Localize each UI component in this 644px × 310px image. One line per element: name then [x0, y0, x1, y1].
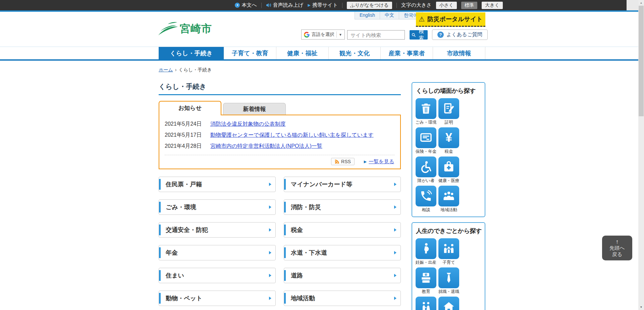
- breadcrumb: ホーム›くらし・手続き: [159, 67, 401, 73]
- scene-tiles: ごみ・環境 証明 保険・年金 ¥: [415, 98, 482, 212]
- google-translate-select[interactable]: 言語を選択 ▼: [301, 29, 345, 40]
- divider: [396, 3, 397, 8]
- tile-shushoku[interactable]: 就職・退職: [438, 267, 460, 294]
- news-date: 2021年4月28日: [165, 143, 202, 150]
- lang-chinese[interactable]: 中文: [380, 12, 399, 19]
- category-suido[interactable]: 水道・下水道: [284, 245, 401, 260]
- breadcrumb-separator: ›: [175, 67, 177, 72]
- tile-shomei[interactable]: 証明: [438, 98, 460, 125]
- tile-kosodate[interactable]: 子育て: [438, 238, 460, 265]
- sidebar: くらしの場面から探す ごみ・環境 証明: [412, 67, 485, 310]
- search-input[interactable]: [347, 30, 405, 40]
- tile-chiiki[interactable]: 地域活動: [438, 186, 460, 212]
- up-arrow-icon: ↑: [616, 239, 619, 245]
- category-nenkin[interactable]: 年金: [159, 245, 276, 260]
- font-size-label: 文字の大きさ: [401, 2, 432, 8]
- tile-zeikin[interactable]: ¥ 税金: [438, 127, 460, 154]
- translate-label: 言語を選択: [312, 32, 334, 38]
- nav-sangyo[interactable]: 産業・事業者: [380, 47, 433, 59]
- insurance-card-icon: [416, 127, 436, 148]
- chevron-right-icon: [269, 297, 271, 300]
- chevron-right-icon: [394, 297, 396, 300]
- font-size-large-button[interactable]: 大きく: [482, 2, 503, 9]
- chevron-right-icon: [394, 251, 396, 254]
- childcare-icon: [438, 238, 459, 259]
- news-link[interactable]: 宮崎市内の特定非営利活動法人(NPO法人)一覧: [210, 143, 322, 150]
- tile-sodan[interactable]: 相談: [415, 186, 437, 212]
- faq-button[interactable]: ? よくあるご質問: [432, 29, 488, 40]
- tile-gomi[interactable]: ごみ・環境: [415, 98, 437, 125]
- tile-shogaisha[interactable]: 障がい者: [415, 157, 437, 183]
- category-sumai[interactable]: 住まい: [159, 268, 276, 283]
- disaster-portal-banner[interactable]: ⚠ 防災ポータルサイト: [416, 12, 485, 27]
- category-pet[interactable]: 動物・ペット: [159, 291, 276, 306]
- title-underline: [159, 94, 401, 95]
- global-nav-items: くらし・手続き 子育て・教育 健康・福祉 観光・文化 産業・事業者 市政情報: [159, 47, 485, 59]
- font-size-normal-button[interactable]: 標準: [461, 2, 477, 9]
- miyazaki-logo-icon: [158, 21, 178, 37]
- scroll-down-icon[interactable]: ▼: [638, 304, 644, 310]
- nav-kosodate[interactable]: 子育て・教育: [224, 47, 276, 59]
- tile-kekkon[interactable]: 結婚・離婚: [415, 297, 437, 310]
- chevron-right-icon: [269, 183, 271, 186]
- search-icon: [412, 33, 416, 38]
- skip-down-icon: ▼: [235, 3, 240, 8]
- site-logo[interactable]: 宮崎市: [158, 21, 212, 37]
- global-nav: くらし・手続き 子育て・教育 健康・福祉 観光・文化 産業・事業者 市政情報: [0, 47, 638, 61]
- scene-search-box: くらしの場面から探す ごみ・環境 証明: [412, 82, 485, 217]
- lang-english[interactable]: English: [355, 12, 380, 19]
- chevron-right-icon: [269, 228, 271, 232]
- category-kotsu[interactable]: 交通安全・防犯: [159, 222, 276, 238]
- tile-kenko-iryo[interactable]: 健康・医療: [438, 157, 460, 183]
- breadcrumb-current: くらし・手続き: [178, 67, 212, 72]
- medical-bag-icon: [438, 157, 459, 177]
- scrollbar-thumb[interactable]: [639, 6, 644, 116]
- font-size-small-button[interactable]: 小さく: [436, 2, 457, 9]
- scrollbar[interactable]: ▲ ▼: [638, 0, 644, 310]
- tts-link[interactable]: 音声読み上げ: [266, 2, 304, 8]
- view-all-link[interactable]: ▶ 一覧を見る: [364, 159, 394, 165]
- news-date: 2021年5月24日: [165, 121, 202, 128]
- chevron-right-icon: [269, 251, 271, 254]
- furigana-button[interactable]: ふりがなをつける: [347, 2, 392, 9]
- skip-to-content-link[interactable]: ▼ 本文へ: [235, 2, 257, 8]
- tile-ninshin[interactable]: 妊娠・出産: [415, 238, 437, 265]
- breadcrumb-home-link[interactable]: ホーム: [159, 67, 173, 72]
- life-event-title: 人生のできごとから探す: [416, 227, 482, 235]
- nav-kenko[interactable]: 健康・福祉: [276, 47, 328, 59]
- tab-shinchaku[interactable]: 新着情報: [223, 103, 286, 115]
- category-doro[interactable]: 道路: [284, 268, 401, 283]
- tile-kyoiku[interactable]: 教育: [415, 267, 437, 294]
- news-box: 2021年5月24日 消防法令違反対象物の公表制度 2021年5月17日 動物愛…: [159, 115, 401, 169]
- scroll-up-icon[interactable]: ▲: [638, 0, 644, 6]
- trash-icon: [416, 98, 436, 119]
- speaker-icon: [266, 3, 271, 8]
- category-gomi[interactable]: ごみ・環境: [159, 199, 276, 215]
- news-link[interactable]: 消防法令違反対象物の公表制度: [210, 121, 285, 128]
- nav-shisei[interactable]: 市政情報: [433, 47, 485, 59]
- education-icon: [416, 267, 436, 288]
- category-mynumber[interactable]: マイナンバーカード等: [284, 177, 401, 192]
- rss-icon: [335, 160, 339, 164]
- divider: [342, 3, 342, 8]
- rss-button[interactable]: RSS: [331, 158, 355, 165]
- scene-search-title: くらしの場面から探す: [416, 87, 482, 95]
- search-button[interactable]: 検索: [410, 30, 428, 40]
- tab-oshirase[interactable]: お知らせ: [159, 101, 221, 115]
- tile-hoken-nenkin[interactable]: 保険・年金: [415, 127, 437, 154]
- tile-hikkoshi[interactable]: 引っ越し・住まい: [438, 297, 460, 310]
- category-shobo[interactable]: 消防・防災: [284, 199, 401, 215]
- phone-consult-icon: [416, 186, 436, 206]
- mobile-site-link[interactable]: ▶ 携帯サイト: [308, 2, 338, 8]
- category-chiiki[interactable]: 地域活動: [284, 291, 401, 306]
- category-zeikin[interactable]: 税金: [284, 222, 401, 238]
- news-link[interactable]: 動物愛護センターで保護している猫の新しい飼い主を探しています: [210, 132, 374, 139]
- divider: [261, 3, 262, 8]
- back-to-top-button[interactable]: ↑ 先頭へ 戻る: [602, 236, 632, 260]
- nav-kanko[interactable]: 観光・文化: [328, 47, 381, 59]
- chevron-right-icon: [269, 274, 271, 277]
- nav-kurashi[interactable]: くらし・手続き: [159, 47, 224, 59]
- category-juminhyo[interactable]: 住民票・戸籍: [159, 177, 276, 192]
- category-grid: 住民票・戸籍 マイナンバーカード等 ごみ・環境 消防・防災 交通安全・防犯 税金…: [159, 177, 401, 310]
- marriage-icon: [416, 297, 436, 310]
